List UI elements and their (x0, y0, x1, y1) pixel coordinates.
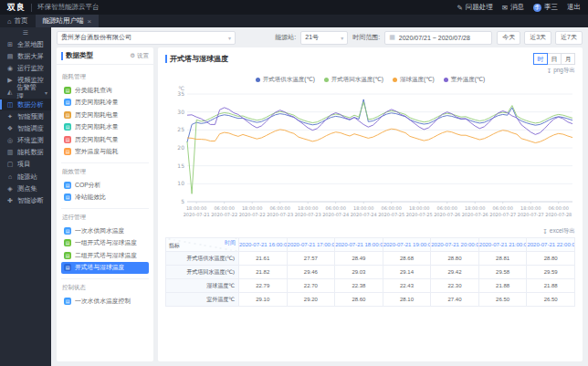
sidebar-item-monitor[interactable]: ◉运行监控 (0, 62, 51, 74)
sidebar-item-label: 智能调度 (17, 124, 44, 133)
company-select[interactable]: 贵州茅台酒股份有限公司 ▾ (57, 31, 236, 45)
forecast-icon: ✦ (6, 113, 14, 120)
tree-item-label: 历史同期耗电量 (75, 110, 119, 120)
settings-button[interactable]: ⚙ 设置 (130, 52, 149, 60)
dashboard-icon: ▤ (6, 53, 14, 60)
table-column-header: 2020-07-21 20:00:00 (431, 238, 479, 252)
tab-energy-station-client[interactable]: 能源站用户端 × (36, 15, 100, 27)
tree-item[interactable]: ▤一次水供回水温度 (61, 225, 149, 237)
analysis-icon: ◫ (6, 101, 14, 109)
legend-item[interactable]: 湿球温度(℃) (393, 76, 435, 84)
legend-item[interactable]: 开式塔回水温度(℃) (324, 76, 383, 84)
sidebar-collapse-button[interactable]: ☰ (0, 27, 51, 38)
tree-item[interactable]: ▤历史同期耗冷量 (61, 97, 149, 110)
svg-text:2020-07-25: 2020-07-25 (378, 212, 404, 217)
sidebar-item-label: 能源站 (17, 173, 37, 182)
sidebar-item-energy-data[interactable]: ▥能耗数据 (0, 147, 51, 159)
close-icon[interactable]: × (88, 17, 92, 26)
svg-text:℃: ℃ (178, 85, 184, 91)
tree-item-label: 一组开式塔与湿球温度 (75, 238, 137, 247)
sidebar-item-diagnosis[interactable]: ✚智能诊断 (0, 194, 51, 206)
line-chart[interactable]: 5101520253035℃18:00:002020-07-2106:00:00… (165, 85, 578, 222)
section-divider (61, 162, 149, 163)
legend-item[interactable]: 室外温度(℃) (444, 76, 486, 84)
svg-text:18:00:00: 18:00:00 (409, 205, 429, 211)
table-cell: 21.88 (478, 279, 527, 293)
header-actions: ✎ 问题处理 ✉ 消息 李 李三 退出 (457, 3, 581, 12)
table-cell: 21.88 (527, 279, 575, 293)
sidebar-item-label: 数据大屏 (17, 52, 44, 61)
sidebar-item-label: 运行监控 (17, 64, 44, 73)
sidebar-item-label: 测点集 (17, 184, 37, 193)
user-name: 李三 (544, 3, 558, 12)
svg-text:18:00:00: 18:00:00 (353, 205, 373, 211)
sidebar-item-dispatch[interactable]: ❖智能调度 (0, 122, 51, 134)
tree-item[interactable]: ▤一次水供水温度控制 (61, 295, 149, 308)
sidebar-item-environment[interactable]: ◎环境监测 (0, 135, 51, 147)
table-cell: 26.50 (527, 293, 575, 307)
png-export-button[interactable]: ↧ png导出 (547, 67, 575, 75)
tree-item[interactable]: ▤历史同期耗水量 (61, 121, 149, 134)
svg-text:2020-07-28: 2020-07-28 (545, 212, 572, 217)
table-cell: 22.38 (335, 279, 383, 293)
download-icon: ↧ (547, 68, 551, 75)
table-cell: 27.40 (431, 293, 479, 307)
quick-range-button[interactable]: 近3天 (524, 31, 551, 45)
tab-日[interactable]: 日 (547, 53, 562, 65)
logout-button[interactable]: 退出 (567, 3, 581, 12)
table-column-header: 2020-07-21 18:00:00 (335, 238, 383, 252)
tree-item[interactable]: ▤一组开式塔与湿球温度 (61, 237, 149, 250)
tab-时[interactable]: 时 (533, 53, 548, 65)
svg-text:2020-07-26: 2020-07-26 (434, 212, 460, 217)
tab-月[interactable]: 月 (561, 53, 575, 65)
home-button[interactable]: ⌂ 首页 (0, 15, 36, 27)
messages-button[interactable]: ✉ 消息 (502, 3, 524, 12)
tree-item-label: 历史同期耗水量 (75, 122, 119, 131)
sidebar-item-points[interactable]: ◈测点集 (0, 183, 51, 194)
date-range-value: 2020/07/21 ~ 2020/07/28 (399, 35, 470, 41)
table-cell: 27.57 (287, 252, 335, 266)
svg-text:2020-07-27: 2020-07-27 (489, 212, 516, 217)
tree-item[interactable]: ▤开式塔与湿球温度 (61, 262, 149, 275)
issues-label: 问题处理 (466, 3, 493, 12)
sidebar-item-analysis[interactable]: ◫数据分析 (0, 99, 51, 110)
quick-range-button[interactable]: 近7天 (555, 31, 583, 45)
station-select[interactable]: 21号 ▾ (300, 31, 348, 45)
collapse-icon: ☰ (23, 29, 28, 37)
dispatch-icon: ❖ (6, 125, 14, 132)
sidebar-item-project[interactable]: ▢项目 (0, 159, 51, 171)
monitor-icon: ◉ (6, 65, 14, 72)
legend-item[interactable]: 开式塔供水温度(℃) (256, 76, 315, 84)
table-row: 湿球温度℃22.7922.7022.3822.4322.3021.8821.88 (166, 279, 575, 293)
sidebar-item-label: 项目 (17, 160, 30, 169)
tree-item[interactable]: ▤历史同期耗电量 (61, 109, 149, 121)
excel-export-button[interactable]: ↧ excel导出 (542, 227, 575, 235)
sidebar-item-alarm[interactable]: ◭告警管理▾ (0, 87, 51, 99)
sidebar-item-dashboard[interactable]: ▤数据大屏 (0, 50, 51, 62)
svg-text:2020-07-23: 2020-07-23 (267, 212, 293, 217)
time-range-label: 时间范围: (352, 33, 380, 42)
station-label: 能源站: (275, 33, 296, 42)
legend-dot (393, 78, 397, 82)
tree-item[interactable]: ▤历史同期耗气量 (61, 133, 149, 146)
tree-item[interactable]: ▤分类能耗查询 (61, 84, 149, 97)
tree-item[interactable]: ▤冷站能效比 (61, 192, 149, 204)
chevron-down-icon: ▾ (228, 35, 231, 41)
user-menu[interactable]: 李 李三 (533, 3, 558, 12)
tree-item[interactable]: ▤室外温度与能耗 (61, 146, 149, 159)
table-cell: 29.03 (335, 266, 383, 279)
date-range-picker[interactable]: ▦ 2020/07/21 ~ 2020/07/28 (384, 31, 492, 45)
chart-title: 开式塔与湿球温度 (170, 54, 228, 64)
quick-range-button[interactable]: 今天 (497, 31, 520, 45)
table-cell: 29.42 (431, 266, 479, 279)
sidebar-item-map[interactable]: ⊞全景地图 (0, 38, 51, 50)
issues-button[interactable]: ✎ 问题处理 (457, 3, 492, 12)
table-cell: 28.49 (335, 252, 383, 266)
tree-item[interactable]: ▤二组开式塔与湿球温度 (61, 249, 149, 262)
tree-item[interactable]: ▤COP分析 (61, 179, 149, 192)
sidebar-item-forecast[interactable]: ✦智能预测 (0, 110, 51, 122)
tree-item-label: 一次水供水温度控制 (75, 297, 131, 306)
sidebar-item-station[interactable]: ⌂能源站 (0, 171, 51, 183)
svg-text:2020-07-24: 2020-07-24 (322, 212, 349, 217)
tree-item-label: 室外温度与能耗 (75, 147, 119, 156)
